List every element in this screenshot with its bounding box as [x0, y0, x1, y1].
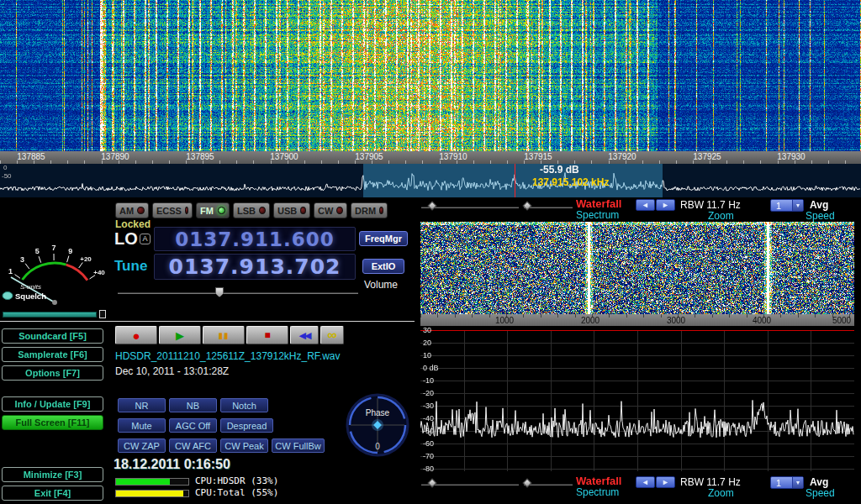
mode-ecss-button[interactable]: ECSS: [152, 202, 193, 218]
tune-frequency-value[interactable]: 0137.913.702: [169, 255, 341, 279]
squelch-level-bar[interactable]: [3, 312, 97, 318]
db-tick: -20: [423, 389, 434, 397]
cpu-hdsdr-bar: [115, 478, 189, 486]
notch-button[interactable]: Notch: [220, 398, 268, 412]
avg-select[interactable]: 1 ▾: [770, 476, 804, 489]
spectrum-tab[interactable]: Spectrum: [576, 210, 619, 221]
options-button[interactable]: Options [F7]: [2, 365, 103, 381]
cw-fullbw-button[interactable]: CW FullBw: [272, 438, 325, 453]
nb-button[interactable]: NB: [169, 398, 217, 412]
freq-tick: 137930: [777, 152, 805, 161]
avg-select-value: 1: [771, 478, 792, 488]
play-button[interactable]: ▶: [159, 326, 201, 344]
speed-label: Speed: [806, 488, 835, 499]
arrow-right-icon: ►: [662, 201, 669, 209]
squelch-handle[interactable]: [99, 310, 106, 318]
freq-tick: 137900: [270, 152, 298, 161]
scroll-left-button[interactable]: ◄: [636, 199, 655, 211]
cursor-frequency-readout: 137.915.102 kHz: [532, 177, 609, 188]
mode-usb-button[interactable]: USB: [273, 202, 310, 218]
phase-value: 0: [375, 442, 380, 451]
contrast-slider-thumb[interactable]: [427, 201, 436, 210]
db-tick: -10: [423, 376, 434, 385]
frequency-ruler[interactable]: 137885 137890 137895 137900 137905 13791…: [0, 151, 861, 164]
mode-label: CW: [318, 206, 333, 216]
recording-filename: HDSDR_20111210_125611Z_137912kHz_RF.wav: [115, 351, 341, 362]
rf-tick: 2000: [581, 316, 600, 325]
record-button[interactable]: ●: [115, 326, 157, 344]
stop-button[interactable]: ■: [246, 326, 288, 344]
lo-frequency-value[interactable]: 0137.911.600: [175, 228, 335, 250]
scroll-left-button[interactable]: ◄: [636, 476, 655, 488]
db-tick: -60: [423, 439, 434, 448]
rf-waterfall-display[interactable]: [420, 222, 854, 314]
rf-spectrum-display[interactable]: [420, 327, 854, 471]
freqmgr-button[interactable]: FreqMgr: [359, 231, 408, 246]
record-icon: ●: [132, 328, 140, 343]
avg-select[interactable]: 1 ▾: [770, 199, 804, 212]
contrast-slider-thumb[interactable]: [427, 478, 436, 487]
volume-label: Volume: [364, 280, 398, 291]
volume-slider[interactable]: [118, 291, 358, 294]
db-tick: 30: [423, 326, 431, 334]
agc-button[interactable]: AGC Off: [169, 418, 217, 433]
lo-lock-badge[interactable]: A: [140, 234, 151, 244]
spectrum-tab[interactable]: Spectrum: [576, 487, 619, 498]
exit-button[interactable]: Exit [F4]: [2, 486, 103, 501]
stop-icon: ■: [264, 329, 270, 341]
lo-label: LO: [114, 229, 138, 248]
brightness-slider-thumb[interactable]: [522, 201, 531, 210]
brightness-slider-thumb[interactable]: [522, 478, 531, 487]
mode-led-icon: [379, 207, 383, 214]
db-tick: 0 dB: [423, 364, 439, 372]
smeter-tick-label: 9: [68, 247, 72, 255]
db-tick: -80: [423, 465, 434, 473]
mode-drm-button[interactable]: DRM: [351, 202, 388, 218]
tune-frequency-display[interactable]: 0137.913.702: [154, 254, 356, 280]
mode-led-icon: [300, 207, 306, 214]
mode-fm-button[interactable]: FM: [196, 202, 230, 218]
cw-zap-button[interactable]: CW ZAP: [118, 438, 166, 453]
mute-button[interactable]: Mute: [118, 418, 166, 433]
nr-button[interactable]: NR: [118, 398, 166, 412]
rf-frequency-ruler[interactable]: 1000 2000 3000 4000 5000: [420, 314, 854, 326]
freq-tick: 137885: [17, 152, 45, 161]
zoom-label: Zoom: [708, 211, 734, 222]
samplerate-button[interactable]: Samplerate [F6]: [2, 347, 103, 362]
freq-tick: 137915: [524, 152, 552, 161]
rewind-button[interactable]: ◀◀: [290, 326, 319, 344]
extio-button[interactable]: ExtIO: [362, 259, 404, 274]
cw-peak-button[interactable]: CW Peak: [220, 438, 268, 453]
passband-highlight[interactable]: [363, 164, 663, 197]
recording-timestamp: Dec 10, 2011 - 13:01:28Z: [115, 366, 229, 377]
mode-label: FM: [200, 206, 214, 216]
db-tick: 10: [423, 351, 431, 360]
info-update-button[interactable]: Info / Update [F9]: [2, 396, 103, 412]
arrow-left-icon: ◄: [642, 478, 649, 486]
loop-icon: ∞: [327, 328, 336, 343]
freq-tick: 137910: [439, 152, 467, 161]
main-waterfall-display[interactable]: [0, 0, 861, 151]
volume-slider-thumb[interactable]: [215, 287, 224, 297]
lo-frequency-display[interactable]: 0137.911.600: [154, 227, 356, 251]
soundcard-button[interactable]: Soundcard [F5]: [2, 328, 103, 344]
scroll-right-button[interactable]: ►: [656, 476, 675, 488]
mode-lsb-button[interactable]: LSB: [233, 202, 270, 218]
pause-button[interactable]: ▮▮: [203, 326, 245, 344]
chevron-down-icon: ▾: [792, 477, 803, 488]
despread-button[interactable]: Despread: [220, 418, 273, 433]
cw-afc-button[interactable]: CW AFC: [169, 438, 217, 453]
cpu-total-label: CPU:Total (55%): [195, 488, 278, 498]
freq-tick: 137925: [693, 152, 721, 161]
mode-label: DRM: [355, 206, 376, 216]
mode-cw-button[interactable]: CW: [314, 202, 347, 218]
minimize-button[interactable]: Minimize [F3]: [2, 467, 103, 482]
scroll-right-button[interactable]: ►: [656, 199, 675, 211]
squelch-knob[interactable]: [3, 292, 13, 300]
cpu-total-bar: [115, 490, 189, 497]
smeter-tick-label: +40: [93, 269, 105, 276]
fullscreen-button[interactable]: Full Screen [F11]: [2, 415, 103, 430]
mode-label: LSB: [237, 206, 256, 216]
mode-am-button[interactable]: AM: [115, 202, 149, 218]
loop-button[interactable]: ∞: [320, 326, 344, 344]
